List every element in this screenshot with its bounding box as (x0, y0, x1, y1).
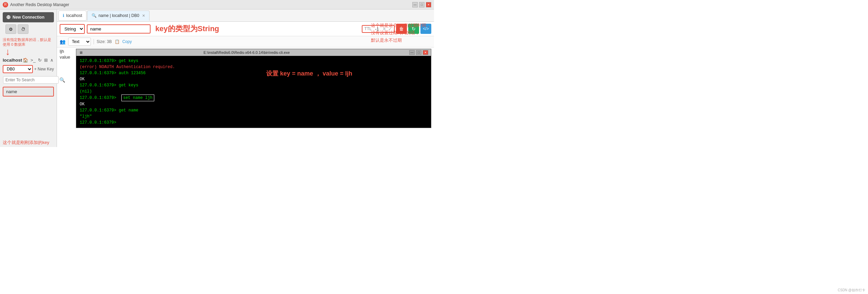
new-key-button[interactable]: + New Key (34, 67, 54, 71)
terminal-line: OK (80, 101, 428, 107)
tab-bar: ℹ localhost 🔍 name | localhost | DB0 ✕ (57, 9, 434, 22)
terminal-line: 127.0.0.1:6379> get keys (80, 82, 428, 88)
host-row: localhost 🏠 >_ ↻ ⊞ ∧ (0, 57, 57, 64)
copy-icon: 📋 (115, 39, 120, 44)
type-selector[interactable]: String List Hash Set (60, 24, 85, 34)
divider (94, 39, 94, 44)
terminal-maximize-button[interactable]: □ (416, 50, 421, 55)
value-area: 👥 Text JSON HEX Size: 3B 📋 Copy (57, 36, 434, 147)
key-value-labels: ljh value (60, 49, 73, 60)
close-button[interactable]: ✕ (426, 2, 431, 7)
sidebar-toolbar: ⚙ ⏱ (3, 24, 54, 34)
terminal-line: 127.0.0.1:6379> (80, 120, 428, 126)
new-connection-label: New Connection (13, 15, 44, 20)
action-buttons: 🗑 ↻ </> (396, 24, 431, 34)
terminal-controls: — □ ✕ (409, 50, 428, 55)
search-row: 🔍 (0, 75, 57, 85)
key-list: name (0, 85, 57, 138)
terminal-line: (nil) (80, 88, 428, 94)
terminal-line: (error) NOAUTH Authentication required. (80, 64, 428, 70)
tab-localhost[interactable]: ℹ localhost (58, 10, 86, 21)
terminal-title-bar: 🖥 E:\install\Redis6.0\Redis-x64-6.0.14\b… (76, 49, 431, 56)
annotation-key-added: 这个就是刚刚添加的key (0, 138, 57, 147)
terminal-command-boxed: set name ljh (121, 94, 154, 101)
main-content: ℹ localhost 🔍 name | localhost | DB0 ✕ 这… (57, 9, 434, 147)
history-button[interactable]: ⏱ (18, 24, 28, 34)
terminal-prompt: 127.0.0.1:6379> (80, 95, 119, 101)
grid-button[interactable]: ⊞ (43, 57, 48, 63)
key-name-input[interactable] (87, 24, 151, 34)
value-type-icon: 👥 (60, 39, 65, 44)
terminal-line: OK (80, 76, 428, 82)
plus-icon: ⊕ (6, 15, 11, 20)
sidebar-header: ⊕ New Connection ⚙ ⏱ (0, 9, 57, 37)
value-label: value (60, 55, 70, 60)
minimize-button[interactable]: — (412, 2, 418, 7)
search-input[interactable] (3, 76, 59, 84)
ttl-dropdown: TTL -1 ✕ ✓ (362, 25, 395, 33)
value-display-row: ljh value 🖥 E:\install\Redis6.0\Redis-x6… (57, 47, 434, 129)
terminal-minimize-button[interactable]: — (409, 50, 415, 55)
refresh-key-button[interactable]: ↻ (408, 24, 419, 34)
terminal-line: "ljh" (80, 113, 428, 120)
ttl-label: TTL (364, 26, 372, 31)
window-controls: — □ ✕ (412, 2, 431, 7)
tab-search-icon: 🔍 (92, 13, 97, 18)
reload-button[interactable]: ↻ (37, 57, 42, 63)
sidebar: ⊕ New Connection ⚙ ⏱ 没有指定数据库的话，默认是使用 0 数… (0, 9, 57, 147)
tab-info-icon: ℹ (63, 13, 64, 18)
app-title: Another Redis Desktop Manager (10, 2, 69, 7)
key-item-label: name (6, 89, 17, 94)
terminal-window: 🖥 E:\install\Redis6.0\Redis-x64-6.0.14\b… (76, 49, 431, 128)
host-label: localhost (3, 58, 22, 63)
db-select-row: DB0 DB1 DB2 + New Key (0, 64, 57, 75)
tab-name-label: name | localhost | DB0 (98, 13, 139, 18)
ttl-clear-button[interactable]: ✕ (382, 26, 386, 31)
new-connection-button[interactable]: ⊕ New Connection (3, 12, 54, 22)
host-toolbar: 🏠 >_ ↻ ⊞ ∧ (22, 57, 54, 63)
terminal-line: 127.0.0.1:6379> get keys (80, 58, 428, 64)
terminal-line: 127.0.0.1:6379> auth 123456 (80, 70, 428, 76)
arrow-icon: ↓ (0, 47, 57, 57)
title-bar: R Another Redis Desktop Manager — □ ✕ (0, 0, 434, 9)
size-badge: Size: 3B (97, 39, 112, 44)
db-selector[interactable]: DB0 DB1 DB2 (3, 65, 33, 73)
collapse-button[interactable]: ∧ (50, 57, 54, 63)
terminal-path: E:\install\Redis6.0\Redis-x64-6.0.14\bin… (203, 50, 290, 55)
app-body: ⊕ New Connection ⚙ ⏱ 没有指定数据库的话，默认是使用 0 数… (0, 9, 434, 147)
tab-close-button[interactable]: ✕ (142, 14, 145, 18)
tab-name-key[interactable]: 🔍 name | localhost | DB0 ✕ (87, 10, 149, 21)
code-view-button[interactable]: </> (420, 24, 431, 34)
terminal-line: 127.0.0.1:6379> get name (80, 107, 428, 113)
key-value-label: ljh (60, 49, 64, 54)
type-annotation: key的类型为String (155, 24, 219, 34)
key-editor: String List Hash Set key的类型为String TTL -… (57, 22, 434, 147)
format-selector[interactable]: Text JSON HEX (68, 38, 91, 46)
settings-button[interactable]: ⚙ (5, 24, 16, 34)
terminal-button[interactable]: >_ (30, 57, 36, 63)
ttl-confirm-button[interactable]: ✓ (388, 26, 392, 31)
main-body: 这个就是这个key的过期时间， 没有设置过期时间的话， 默认是永不过期 Stri… (57, 22, 434, 147)
new-key-label: + New Key (34, 67, 54, 71)
maximize-button[interactable]: □ (419, 2, 425, 7)
terminal-close-button[interactable]: ✕ (423, 50, 428, 55)
key-item-name[interactable]: name (3, 87, 54, 97)
app-icon: R (3, 2, 8, 7)
copy-button[interactable]: Copy (122, 39, 132, 44)
terminal-title-icon: 🖥 (79, 50, 83, 55)
home-button[interactable]: 🏠 (22, 57, 29, 63)
terminal-body[interactable]: 127.0.0.1:6379> get keys (error) NOAUTH … (76, 56, 431, 128)
terminal-line-set: 127.0.0.1:6379> set name ljh (80, 94, 428, 101)
delete-key-button[interactable]: 🗑 (396, 24, 407, 34)
annotation-db-default: 没有指定数据库的话，默认是使用 0 数据库 (0, 37, 57, 47)
key-header: String List Hash Set key的类型为String TTL -… (57, 22, 434, 36)
tab-localhost-label: localhost (66, 13, 82, 18)
ttl-section: TTL -1 ✕ ✓ 🗑 ↻ </> (362, 24, 431, 34)
ttl-value: -1 (374, 26, 380, 31)
value-toolbar: 👥 Text JSON HEX Size: 3B 📋 Copy (57, 36, 434, 47)
